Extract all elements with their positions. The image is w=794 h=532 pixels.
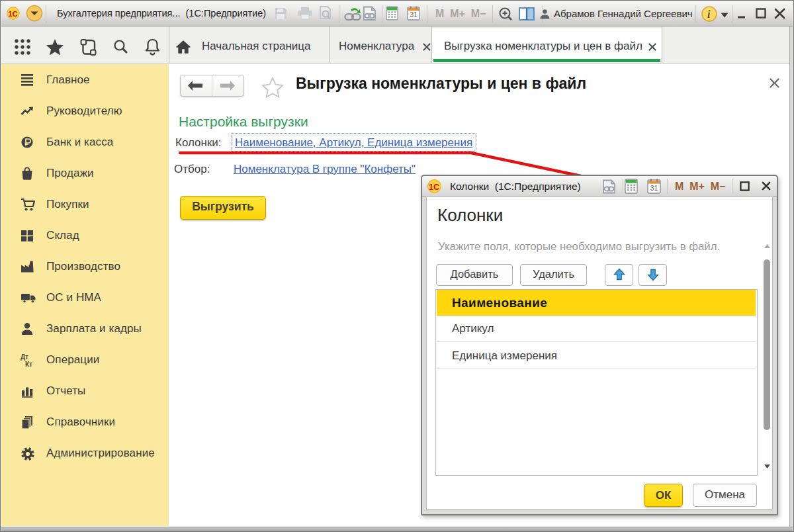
svg-text:1С: 1С: [429, 183, 439, 192]
svg-text:31: 31: [650, 184, 658, 192]
